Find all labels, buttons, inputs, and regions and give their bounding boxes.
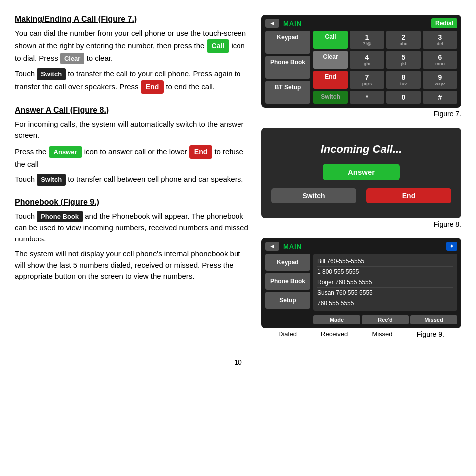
key-7[interactable]: 7pqrs <box>350 71 384 89</box>
figure9-body: Keypad Phone Book Setup Bill 760-555-555… <box>265 254 457 324</box>
call-key[interactable]: Call <box>313 31 348 49</box>
section2-para2: Press the Answer icon to answer call or … <box>15 145 251 170</box>
phonebook-entry-5[interactable]: 760 555 5555 <box>317 298 453 308</box>
answer-button-fig8[interactable]: Answer <box>323 164 400 180</box>
right-column: ◄ MAIN Redial Keypad Phone Book BT Setup… <box>261 15 461 348</box>
section2-text2: icon to answer call or the lower <box>84 147 187 156</box>
section-phonebook: Phonebook (Figure 9.) Touch Phone Book a… <box>15 198 251 282</box>
figure7-left-buttons: Keypad Phone Book BT Setup <box>265 31 310 104</box>
phonebook-entry-2[interactable]: 1 800 555 5555 <box>317 267 453 277</box>
section-answer-call: Answer A Call (Figure 8.) For incoming c… <box>15 106 251 186</box>
section3-title: Phonebook (Figure 9.) <box>15 198 251 207</box>
end-key[interactable]: End <box>313 71 348 89</box>
annotation-dialed: Dialed <box>278 330 297 338</box>
bluetooth-icon-fig9: ✦ <box>446 242 457 251</box>
figure9-label: Figure 9. <box>417 330 444 338</box>
key-4[interactable]: 4ghi <box>350 51 384 69</box>
section2-text4: Touch <box>15 175 35 183</box>
figure8-bottom-buttons: Switch End <box>271 188 451 203</box>
key-8[interactable]: 8tuv <box>386 71 421 89</box>
switch-button-fig8[interactable]: Switch <box>271 188 356 203</box>
section-making-call: Making/Ending A Call (Figure 7.) You can… <box>15 15 251 94</box>
section2-para3: Touch Switch to transfer call between ce… <box>15 174 251 186</box>
key-1[interactable]: 1?!@ <box>350 31 384 49</box>
section2-title: Answer A Call (Figure 8.) <box>15 106 251 115</box>
tab-missed[interactable]: Missed <box>410 315 457 324</box>
key-3[interactable]: 3def <box>423 31 457 49</box>
section1-text6: to end the call. <box>166 82 215 91</box>
section2-text1: Press the <box>15 147 46 156</box>
phonebook-button-inline[interactable]: Phone Book <box>37 211 83 223</box>
switch-key[interactable]: Switch <box>313 91 348 104</box>
keypad-button-fig7[interactable]: Keypad <box>265 31 310 54</box>
figure7-body: Keypad Phone Book BT Setup Call 1?!@ 2ab… <box>265 31 457 104</box>
key-hash[interactable]: # <box>423 91 457 104</box>
key-0[interactable]: 0 <box>386 91 421 104</box>
section1-para2: Touch Switch to transfer the call to you… <box>15 68 251 94</box>
switch-button-inline[interactable]: Switch <box>37 68 66 80</box>
section2-text5: to transfer call between cell phone and … <box>68 175 243 183</box>
answer-button-inline[interactable]: Answer <box>49 146 82 158</box>
section2-para1: For incoming calls, the system will auto… <box>15 119 251 141</box>
figure8-label: Figure 8. <box>261 220 461 228</box>
section1-para1: You can dial the number from your cell p… <box>15 28 251 64</box>
incoming-call-title: Incoming Call... <box>321 143 402 156</box>
phonebook-entry-1[interactable]: Bill 760-555-5555 <box>317 256 453 267</box>
left-column: Making/Ending A Call (Figure 7.) You can… <box>15 15 251 348</box>
keypad-button-fig9[interactable]: Keypad <box>265 254 310 271</box>
section1-text4: Touch <box>15 69 35 78</box>
phonebook-entry-3[interactable]: Roger 760 555 5555 <box>317 277 453 288</box>
figure7-header: ◄ MAIN Redial <box>265 19 457 28</box>
section3-text1: Touch <box>15 212 35 220</box>
phonebook-tabs: Made Rec'd Missed <box>313 315 457 324</box>
figure7-label: Figure 7. <box>261 110 461 118</box>
section1-text3: to clear. <box>87 54 113 62</box>
figure9-phonebook-ui: ◄ MAIN ✦ Keypad Phone Book Setup Bill 76… <box>261 238 461 328</box>
figure7-keypad: Call 1?!@ 2abc 3def Clear 4ghi 5jkl 6mno… <box>313 31 457 104</box>
phonebook-button-fig7[interactable]: Phone Book <box>265 56 310 79</box>
phonebook-list: Bill 760-555-5555 1 800 555 5555 Roger 7… <box>313 254 457 311</box>
end-button-fig8[interactable]: End <box>366 188 451 203</box>
clear-key[interactable]: Clear <box>313 51 348 69</box>
figure8-container: Incoming Call... Answer Switch End Figur… <box>261 128 461 228</box>
back-button-fig9[interactable]: ◄ <box>265 242 279 251</box>
key-9[interactable]: 9wxyz <box>423 71 457 89</box>
annotation-missed: Missed <box>372 330 392 338</box>
key-star[interactable]: * <box>350 91 384 104</box>
key-2[interactable]: 2abc <box>386 31 421 49</box>
annotation-received: Received <box>321 330 348 338</box>
figure7-container: ◄ MAIN Redial Keypad Phone Book BT Setup… <box>261 15 461 118</box>
btsetup-button-fig7[interactable]: BT Setup <box>265 81 310 104</box>
tab-made[interactable]: Made <box>313 315 360 324</box>
end-button-inline[interactable]: End <box>141 80 164 94</box>
figure8-ui: Incoming Call... Answer Switch End <box>261 128 461 218</box>
figure9-container: ◄ MAIN ✦ Keypad Phone Book Setup Bill 76… <box>261 238 461 338</box>
figure9-left-buttons: Keypad Phone Book Setup <box>265 254 310 324</box>
call-button-inline[interactable]: Call <box>207 39 230 53</box>
clear-button-inline[interactable]: Clear <box>60 53 85 65</box>
redial-button-fig7[interactable]: Redial <box>431 18 457 28</box>
key-6[interactable]: 6mno <box>423 51 457 69</box>
figure9-right: Bill 760-555-5555 1 800 555 5555 Roger 7… <box>313 254 457 324</box>
end-button-inline2[interactable]: End <box>189 145 212 159</box>
setup-button-fig9[interactable]: Setup <box>265 292 310 309</box>
back-button-fig7[interactable]: ◄ <box>265 19 279 28</box>
section1-title: Making/Ending A Call (Figure 7.) <box>15 15 251 24</box>
figure9-annotations: Dialed Received Missed Figure 9. <box>261 330 461 338</box>
switch-button-inline2[interactable]: Switch <box>37 174 66 186</box>
section3-para2: The system will not display your cell ph… <box>15 248 251 282</box>
tab-recd[interactable]: Rec'd <box>362 315 409 324</box>
figure9-header: ◄ MAIN ✦ <box>265 242 457 251</box>
phonebook-button-fig9[interactable]: Phone Book <box>265 273 310 290</box>
key-5[interactable]: 5jkl <box>386 51 421 69</box>
section3-para1: Touch Phone Book and the Phonebook will … <box>15 211 251 245</box>
figure7-phone-ui: ◄ MAIN Redial Keypad Phone Book BT Setup… <box>261 15 461 108</box>
main-title-fig7: MAIN <box>283 20 302 27</box>
main-title-fig9: MAIN <box>283 243 302 250</box>
phonebook-entry-4[interactable]: Susan 760 555 5555 <box>317 288 453 298</box>
page-number: 10 <box>15 358 461 366</box>
